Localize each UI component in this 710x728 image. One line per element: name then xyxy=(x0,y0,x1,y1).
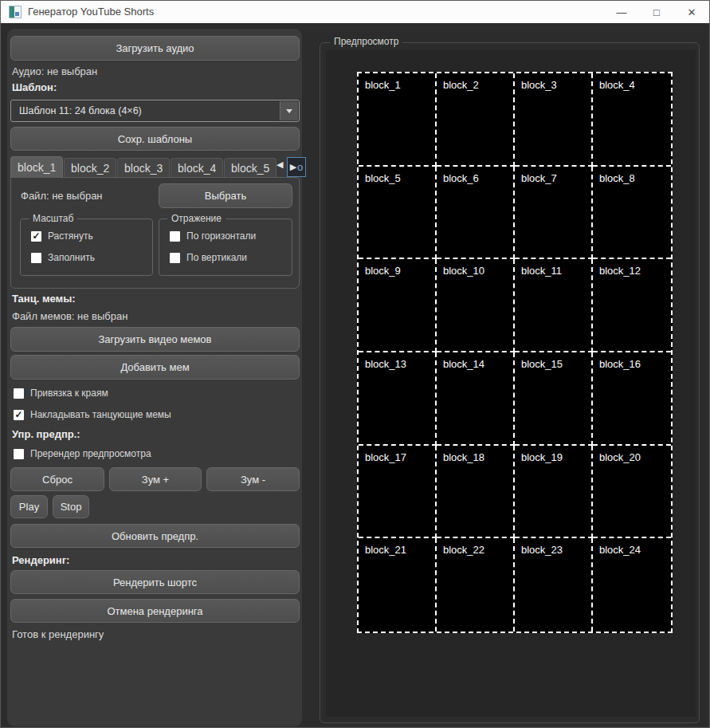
zoom-out-button[interactable]: Зум - xyxy=(206,467,300,491)
tab-block_3[interactable]: block_3 xyxy=(117,158,170,178)
snap-edges-checkbox[interactable]: Привязка к краям xyxy=(14,388,108,399)
preview-block-block_6: block_6 xyxy=(437,167,515,260)
preview-block-block_19: block_19 xyxy=(515,446,593,539)
tab-bar: block_1block_2block_3block_4block_5 xyxy=(10,156,277,178)
update-preview-button[interactable]: Обновить предпр. xyxy=(10,524,300,548)
preview-block-block_15: block_15 xyxy=(515,352,593,446)
snap-edges-checkbox-label: Привязка к краям xyxy=(30,388,108,399)
render-status-label: Готов к рендерингу xyxy=(12,628,104,640)
preview-block-block_20: block_20 xyxy=(593,446,671,539)
prerender-checkbox-label: Пререндер предпросмотра xyxy=(30,448,151,459)
fill-checkbox[interactable]: Заполнить xyxy=(31,252,95,263)
stop-button[interactable]: Stop xyxy=(53,495,89,518)
mirror-horizontal-checkbox[interactable]: По горизонтали xyxy=(170,230,256,242)
preview-group-title: Предпросмотр xyxy=(330,36,402,47)
preview-canvas[interactable]: block_1block_2block_3block_4block_5block… xyxy=(326,50,696,717)
play-button[interactable]: Play xyxy=(10,495,48,518)
preview-block-block_9: block_9 xyxy=(359,259,437,352)
preview-controls-title: Упр. предпр.: xyxy=(12,428,80,440)
app-window: Генератор YouTube Shorts — □ ✕ Загрузить… xyxy=(0,0,710,728)
title-bar[interactable]: Генератор YouTube Shorts — □ ✕ xyxy=(1,1,709,23)
preview-block-block_18: block_18 xyxy=(437,446,515,539)
preview-block-block_11: block_11 xyxy=(515,259,593,352)
preview-block-block_4: block_4 xyxy=(593,73,671,167)
tab-scroll-right-icon: ▶ xyxy=(290,162,296,172)
scale-groupbox: Масштаб ✓ Растянуть Заполнить xyxy=(20,218,153,276)
save-templates-button[interactable]: Сохр. шаблоны xyxy=(10,127,300,151)
tab-scroll-left-icon[interactable]: ◀ xyxy=(277,159,283,170)
preview-block-block_12: block_12 xyxy=(593,259,671,352)
tab-label: block_5 xyxy=(231,162,269,175)
preview-block-block_7: block_7 xyxy=(515,167,593,260)
prerender-checkbox-box[interactable] xyxy=(14,449,24,459)
preview-block-block_24: block_24 xyxy=(593,538,671,632)
overlay-memes-checkbox-label: Накладывать танцующие мемы xyxy=(30,409,171,420)
tab-label: block_4 xyxy=(178,162,216,175)
mirror-vertical-checkbox-label: По вертикали xyxy=(186,252,247,263)
chevron-down-icon xyxy=(286,109,292,116)
fill-checkbox-box[interactable] xyxy=(31,253,41,263)
minimize-button[interactable]: — xyxy=(604,1,639,23)
load-audio-button[interactable]: Загрузить аудио xyxy=(10,36,300,61)
tab-block_1[interactable]: block_1 xyxy=(10,156,63,178)
tab-block_2[interactable]: block_2 xyxy=(64,158,116,178)
tab-block_5[interactable]: block_5 xyxy=(224,158,277,178)
memes-file-status: Файл мемов: не выбран xyxy=(12,310,127,322)
add-meme-button[interactable]: Добавить мем xyxy=(10,355,300,380)
preview-block-block_16: block_16 xyxy=(593,352,671,446)
reset-button[interactable]: Сброс xyxy=(10,467,104,491)
tab-label: block_2 xyxy=(71,162,109,175)
snap-edges-checkbox-box[interactable] xyxy=(14,388,24,399)
window-title: Генератор YouTube Shorts xyxy=(28,6,154,18)
preview-block-block_10: block_10 xyxy=(437,259,515,352)
preview-block-block_21: block_21 xyxy=(359,538,437,632)
overlay-memes-checkbox[interactable]: ✓ Накладывать танцующие мемы xyxy=(14,409,171,420)
mirror-vertical-checkbox-box[interactable] xyxy=(170,253,180,263)
tab-label: block_1 xyxy=(18,161,56,174)
app-icon xyxy=(9,6,22,18)
overflow-tab-fragment: o xyxy=(297,161,303,173)
cancel-render-button[interactable]: Отмена рендеринга xyxy=(10,599,300,623)
preview-block-block_1: block_1 xyxy=(359,73,437,167)
prerender-checkbox[interactable]: Пререндер предпросмотра xyxy=(14,448,151,459)
template-selected-value: Шаблон 11: 24 блока (4×6) xyxy=(19,105,142,116)
combo-arrow-button[interactable] xyxy=(280,101,298,120)
scale-group-title: Масштаб xyxy=(29,213,77,224)
stretch-checkbox-box[interactable]: ✓ xyxy=(31,231,41,242)
load-memes-button[interactable]: Загрузить видео мемов xyxy=(10,327,300,352)
block-settings-pane: Файл: не выбран Выбрать Масштаб ✓ Растян… xyxy=(10,177,300,289)
stretch-checkbox-label: Растянуть xyxy=(48,230,93,242)
rendering-section-title: Рендеринг: xyxy=(12,554,69,566)
overlay-memes-checkbox-box[interactable]: ✓ xyxy=(14,410,24,420)
fill-checkbox-label: Заполнить xyxy=(48,252,95,263)
mirror-horizontal-checkbox-label: По горизонтали xyxy=(186,230,256,242)
preview-block-block_22: block_22 xyxy=(437,538,515,632)
block-file-status: Файл: не выбран xyxy=(21,190,103,202)
preview-block-block_5: block_5 xyxy=(359,167,437,260)
preview-block-block_2: block_2 xyxy=(437,73,515,167)
template-label: Шаблон: xyxy=(12,81,57,93)
preview-block-block_14: block_14 xyxy=(437,352,515,446)
preview-block-block_3: block_3 xyxy=(515,73,593,167)
mirror-groupbox: Отражение По горизонтали По вертикали xyxy=(159,218,292,276)
maximize-button[interactable]: □ xyxy=(639,1,674,23)
choose-file-button[interactable]: Выбрать xyxy=(159,183,292,208)
preview-block-block_23: block_23 xyxy=(515,538,593,632)
mirror-horizontal-checkbox-box[interactable] xyxy=(170,231,180,242)
mirror-group-title: Отражение xyxy=(167,213,226,224)
close-button[interactable]: ✕ xyxy=(674,1,709,23)
audio-status-label: Аудио: не выбран xyxy=(12,65,97,77)
tab-block_4[interactable]: block_4 xyxy=(171,158,223,178)
preview-grid: block_1block_2block_3block_4block_5block… xyxy=(357,72,673,633)
preview-block-block_8: block_8 xyxy=(593,167,671,260)
tab-label: block_3 xyxy=(124,162,163,175)
template-select[interactable]: Шаблон 11: 24 блока (4×6) xyxy=(10,100,300,122)
preview-block-block_17: block_17 xyxy=(359,446,437,539)
stretch-checkbox[interactable]: ✓ Растянуть xyxy=(31,230,93,242)
tab-scroll-right-button[interactable]: ▶o xyxy=(287,157,306,177)
preview-block-block_13: block_13 xyxy=(359,352,437,446)
render-shorts-button[interactable]: Рендерить шортс xyxy=(10,570,300,594)
zoom-in-button[interactable]: Зум + xyxy=(109,467,202,491)
memes-section-title: Танц. мемы: xyxy=(12,293,76,305)
mirror-vertical-checkbox[interactable]: По вертикали xyxy=(170,252,247,263)
